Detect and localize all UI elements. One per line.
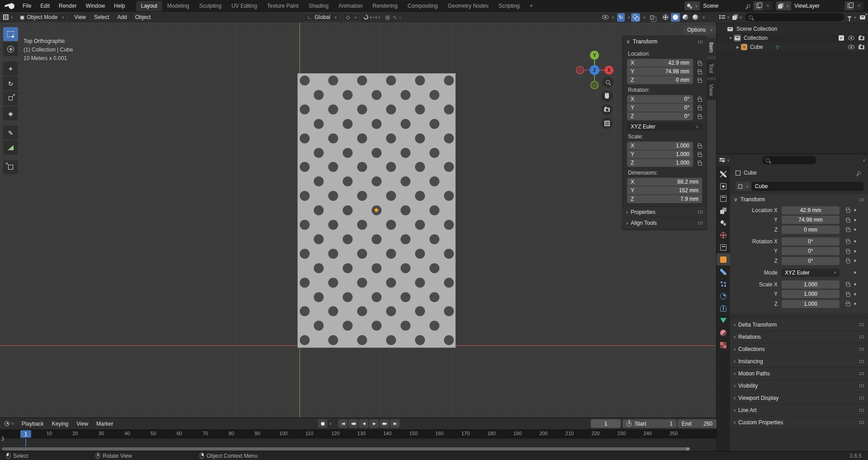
expander-icon[interactable]: ▼ xyxy=(727,36,734,40)
outliner-item-label[interactable]: Collection xyxy=(744,35,768,41)
location-x-field[interactable]: X42.9 mm xyxy=(627,59,693,67)
lock-icon[interactable] xyxy=(698,71,702,74)
lock-icon[interactable] xyxy=(698,107,702,110)
shading-material-button[interactable] xyxy=(681,13,690,22)
panel-viewport-display[interactable]: ›Viewport Display xyxy=(730,392,868,404)
rotation-y-field[interactable]: Y0° xyxy=(627,104,693,112)
frame-start-field[interactable]: Start 1 xyxy=(623,419,677,428)
timeline-menu-keying[interactable]: Keying xyxy=(48,421,73,427)
camera-icon[interactable] xyxy=(859,45,864,49)
region-collapse-arrow[interactable]: ❯ xyxy=(1,436,5,441)
properties-tab-world[interactable] xyxy=(717,229,730,241)
viewport-menu-object[interactable]: Object xyxy=(131,14,155,20)
transform-panel-header[interactable]: ∨Transform xyxy=(730,194,868,205)
z-field[interactable]: 1.000 xyxy=(782,300,840,308)
timeline-scrollbar[interactable] xyxy=(2,447,690,451)
scene-name-field[interactable]: Scene xyxy=(700,1,753,10)
auto-key-button[interactable] xyxy=(318,419,327,428)
scene-browse-button[interactable]: ∨ xyxy=(684,1,700,10)
animate-dot[interactable] xyxy=(854,303,856,305)
workspace-tab--[interactable]: + xyxy=(525,1,538,12)
shading-rendered-button[interactable] xyxy=(691,13,700,22)
tool-transform[interactable]: ◈ xyxy=(3,106,18,120)
workspace-tab-shading[interactable]: Shading xyxy=(304,1,334,12)
workspace-tab-sculpting[interactable]: Sculpting xyxy=(194,1,226,12)
properties-tab-viewlayer[interactable] xyxy=(717,204,730,217)
jump-to-end-button[interactable]: ▶| xyxy=(390,419,400,428)
panel-delta-transform[interactable]: ›Delta Transform xyxy=(730,318,868,331)
timeline-menu-playback[interactable]: Playback xyxy=(18,421,48,427)
panel-properties[interactable]: ›Properties xyxy=(623,206,707,217)
drag-dots-icon[interactable] xyxy=(697,40,703,44)
tool-cursor[interactable] xyxy=(3,42,18,56)
animate-dot[interactable] xyxy=(854,260,856,262)
play-button[interactable]: ▶ xyxy=(369,419,379,428)
camera-icon[interactable] xyxy=(859,36,864,40)
y-field[interactable]: 74.98 mm xyxy=(782,216,840,224)
viewlayer-name-field[interactable]: ViewLayer xyxy=(791,1,844,10)
tool-scale[interactable] xyxy=(3,91,18,105)
scale-x-field[interactable]: X1.000 xyxy=(627,142,693,150)
lock-icon[interactable] xyxy=(846,209,850,213)
workspace-tab-rendering[interactable]: Rendering xyxy=(368,1,402,12)
timeline-editor-type-button[interactable]: ∨ xyxy=(5,421,14,426)
panel-collections[interactable]: ›Collections xyxy=(730,343,868,355)
pin-icon[interactable] xyxy=(746,4,751,8)
rotation-mode-dropdown[interactable]: XYZ Euler∨ xyxy=(627,123,702,131)
outliner-row-cube[interactable]: ▶▼Cube▽ xyxy=(717,43,868,52)
outliner-row-scene-collection[interactable]: Scene Collection xyxy=(717,24,868,33)
workspace-tab-uv-editing[interactable]: UV Editing xyxy=(226,1,262,12)
lock-icon[interactable] xyxy=(698,162,702,166)
mode-field[interactable]: XYZ Euler∨ xyxy=(782,269,840,277)
timeline-ruler[interactable]: 1 10203040506070809010011012013014015016… xyxy=(0,429,717,438)
playhead-line[interactable] xyxy=(25,439,26,446)
outliner-filter-dropdown[interactable]: ∨ xyxy=(847,15,856,19)
frame-end-field[interactable]: End 250 xyxy=(678,419,717,428)
drag-dots-icon[interactable] xyxy=(859,322,864,327)
rotation-x-field[interactable]: X0° xyxy=(627,95,693,103)
outliner-item-label[interactable]: Scene Collection xyxy=(736,26,777,32)
timeline-menu-view[interactable]: View xyxy=(72,421,92,427)
workspace-tab-scripting[interactable]: Scripting xyxy=(494,1,525,12)
sidebar-tab-tool[interactable]: Tool xyxy=(707,59,716,77)
snap-settings-dropdown[interactable]: ⊢⊣∨ xyxy=(370,15,380,20)
scale-y-field[interactable]: Y1.000 xyxy=(627,150,693,158)
properties-tab-object[interactable] xyxy=(717,253,730,266)
proportional-falloff-dropdown[interactable]: ∿∨ xyxy=(392,14,401,20)
pan-button[interactable] xyxy=(601,90,613,102)
drag-dots-icon[interactable] xyxy=(859,335,864,339)
outliner-filter-type-dropdown[interactable]: ∨ xyxy=(732,14,742,20)
timeline-menu-marker[interactable]: Marker xyxy=(92,421,117,427)
lock-icon[interactable] xyxy=(846,229,850,232)
object-visibility-dropdown[interactable]: ∨ xyxy=(600,13,616,22)
tool-measure[interactable] xyxy=(3,141,18,155)
panel-instancing[interactable]: ›Instancing xyxy=(730,355,868,367)
sidebar-tab-view[interactable]: View xyxy=(707,80,716,100)
drag-dots-icon[interactable] xyxy=(859,420,864,424)
dimensions-y-field[interactable]: Y152 mm xyxy=(627,186,702,194)
sidebar-tab-item[interactable]: Item xyxy=(707,38,716,57)
play-reverse-button[interactable]: ◀ xyxy=(359,419,368,428)
viewport-menu-select[interactable]: Select xyxy=(90,14,113,20)
zoom-button[interactable] xyxy=(602,76,613,88)
shading-wireframe-button[interactable] xyxy=(661,13,670,22)
mode-dropdown[interactable]: ▣Object Mode∨ xyxy=(17,13,67,22)
panel-motion-paths[interactable]: ›Motion Paths xyxy=(730,367,868,379)
panel-custom-properties[interactable]: ›Custom Properties xyxy=(730,416,868,428)
animate-dot[interactable] xyxy=(854,293,856,295)
outliner-display-mode-dropdown[interactable]: ∨ xyxy=(719,15,730,19)
lock-icon[interactable] xyxy=(698,80,702,83)
properties-tab-particles[interactable] xyxy=(717,278,730,290)
playhead-badge[interactable]: 1 xyxy=(20,430,31,438)
animate-dot[interactable] xyxy=(854,228,856,231)
workspace-tab-modeling[interactable]: Modeling xyxy=(162,1,194,12)
scale-x-field[interactable]: 1.000 xyxy=(782,280,840,289)
eye-icon[interactable] xyxy=(848,36,854,40)
animate-dot[interactable] xyxy=(854,219,856,221)
shading-dropdown[interactable]: ∨ xyxy=(703,15,705,19)
drag-dots-icon[interactable] xyxy=(859,371,864,375)
z-field[interactable]: 0 mm xyxy=(782,226,840,234)
properties-tab-data[interactable] xyxy=(717,314,730,327)
xray-toggle[interactable] xyxy=(650,15,654,19)
gizmo-dropdown[interactable]: ∨ xyxy=(627,15,630,19)
